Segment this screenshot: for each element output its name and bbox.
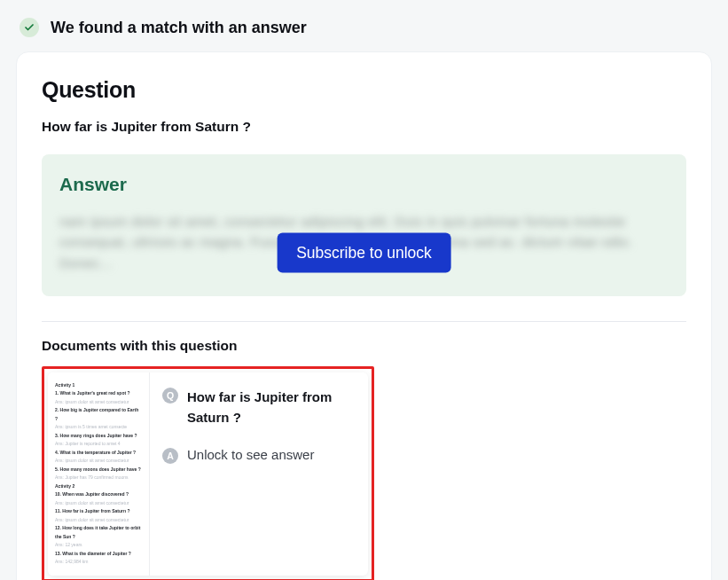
question-heading: Question (42, 77, 686, 103)
answer-panel: Answer nam ipsum dolor sit amet, consect… (42, 154, 686, 296)
document-answer-text: Unlock to see answer (187, 447, 314, 462)
document-question-row: Q How far is Jupiter from Saturn ? (162, 387, 356, 428)
document-thumbnail: Activity 1 1. What is Jupiter's great re… (48, 372, 150, 576)
answer-heading: Answer (59, 174, 669, 195)
divider (42, 321, 686, 322)
documents-heading: Documents with this question (42, 338, 686, 354)
match-header: We found a match with an answer (20, 18, 712, 37)
check-icon (20, 18, 39, 37)
document-answer-row: A Unlock to see answer (162, 447, 356, 464)
a-badge-icon: A (162, 448, 178, 464)
document-card[interactable]: Activity 1 1. What is Jupiter's great re… (48, 372, 368, 576)
subscribe-button[interactable]: Subscribe to unlock (277, 232, 451, 272)
document-question-text: How far is Jupiter from Saturn ? (187, 387, 356, 428)
q-badge-icon: Q (162, 388, 178, 404)
document-content: Q How far is Jupiter from Saturn ? A Unl… (150, 372, 368, 576)
question-text: How far is Jupiter from Saturn ? (42, 119, 686, 135)
match-text: We found a match with an answer (51, 19, 307, 37)
document-highlight-box: Activity 1 1. What is Jupiter's great re… (42, 366, 374, 580)
qa-card: Question How far is Jupiter from Saturn … (16, 51, 712, 580)
